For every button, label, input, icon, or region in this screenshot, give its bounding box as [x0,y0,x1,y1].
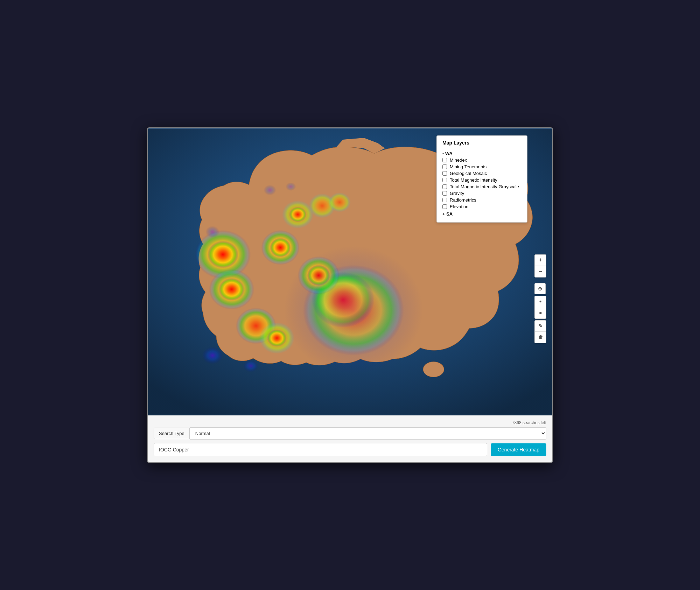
layer-checkbox-elevation[interactable] [442,204,447,209]
map-layers-title: Map Layers [442,140,522,148]
svg-point-25 [284,246,423,374]
layer-item-radiometrics: Radiometrics [442,197,522,203]
layer-label-tmi: Total Magnetic Intensity [450,177,497,183]
edit-controls: ✎ 🗑 [534,320,546,343]
svg-point-11 [267,329,287,347]
search-type-row: Search Type Normal Advanced Expert [154,427,546,440]
zoom-controls: + − [534,254,546,278]
bottom-panel: 7868 searches left Search Type Normal Ad… [148,415,552,462]
layer-item-gravity: Gravity [442,191,522,196]
layer-item-mining-tenements: Mining Tenements [442,164,522,169]
layer-group-sa[interactable]: + SA [442,211,522,217]
layer-item-minedex: Minedex [442,157,522,163]
svg-point-20 [202,346,223,364]
layer-checkbox-tmi-grayscale[interactable] [442,184,447,189]
svg-point-21 [243,359,259,372]
draw-circle-button[interactable]: ● [535,296,546,307]
svg-point-17 [328,192,351,212]
svg-point-15 [289,206,307,222]
layer-checkbox-mining-tenements[interactable] [442,164,447,169]
layer-item-tmi: Total Magnetic Intensity [442,177,522,183]
layer-label-tmi-grayscale: Total Magnetic Intensity Grayscale [450,184,519,189]
layer-item-geological-mosaic: Geological Mosaic [442,171,522,176]
search-type-select[interactable]: Normal Advanced Expert [190,427,546,440]
map-controls: + − ⊕ ● ■ ✎ 🗑 [534,254,546,343]
search-type-label: Search Type [154,428,190,439]
query-input[interactable] [154,443,487,456]
map-area: Map Layers - WA Minedex Mining Tenements… [148,128,552,415]
zoom-in-button[interactable]: + [535,255,546,266]
layer-group-wa[interactable]: - WA [442,151,522,156]
layer-label-elevation: Elevation [450,204,468,209]
map-layers-panel: Map Layers - WA Minedex Mining Tenements… [436,135,527,223]
zoom-out-button[interactable]: − [535,266,546,277]
query-row: Generate Heatmap [154,443,546,456]
svg-point-2 [423,361,444,377]
layer-label-mining-tenements: Mining Tenements [450,164,486,169]
svg-point-22 [205,226,219,238]
svg-point-8 [218,278,245,301]
generate-heatmap-button[interactable]: Generate Heatmap [491,443,546,456]
layer-checkbox-radiometrics[interactable] [442,198,447,202]
draw-square-button[interactable]: ■ [535,307,546,318]
layer-checkbox-tmi[interactable] [442,178,447,182]
layer-label-geological-mosaic: Geological Mosaic [450,171,487,176]
layer-item-elevation: Elevation [442,204,522,209]
svg-point-24 [286,182,296,191]
svg-point-6 [207,240,239,268]
layer-checkbox-minedex[interactable] [442,158,447,162]
layer-label-gravity: Gravity [450,191,464,196]
layer-label-radiometrics: Radiometrics [450,197,476,203]
layer-item-tmi-grayscale: Total Magnetic Intensity Grayscale [442,184,522,189]
svg-point-23 [264,185,276,195]
layer-checkbox-gravity[interactable] [442,191,447,196]
compass-button[interactable]: ⊕ [534,283,546,294]
layer-label-minedex: Minedex [450,157,467,163]
edit-button[interactable]: ✎ [535,321,546,332]
draw-controls: ● ■ [534,296,546,319]
svg-point-13 [270,238,291,257]
delete-button[interactable]: 🗑 [535,332,546,343]
app-container: Map Layers - WA Minedex Mining Tenements… [147,127,553,463]
layer-checkbox-geological-mosaic[interactable] [442,171,447,176]
searches-left: 7868 searches left [154,420,546,425]
